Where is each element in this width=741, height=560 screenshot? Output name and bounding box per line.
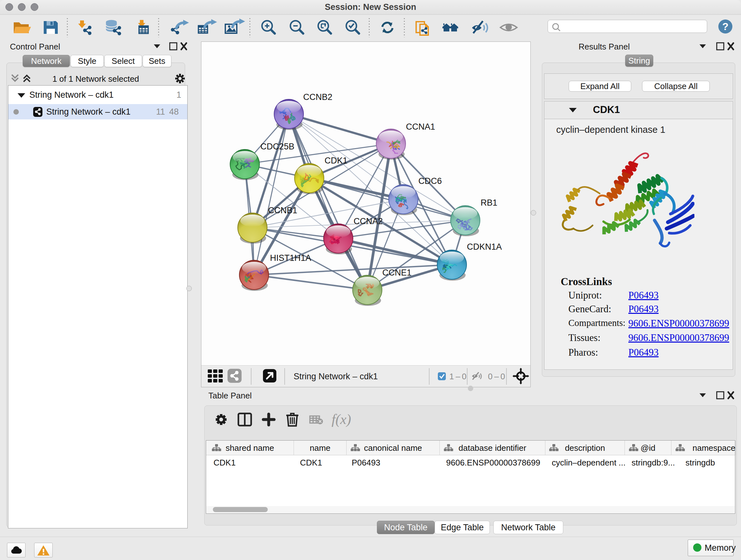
- svg-text:String Network – cdk1: String Network – cdk1: [293, 372, 378, 381]
- svg-text:CCNA1: CCNA1: [406, 122, 435, 132]
- svg-text:CCNB1: CCNB1: [268, 206, 297, 215]
- svg-text:f(x): f(x): [332, 412, 351, 427]
- svg-text:0 – 0: 0 – 0: [488, 372, 505, 381]
- svg-text:CCNA2: CCNA2: [354, 216, 383, 226]
- svg-text:CDK1: CDK1: [325, 156, 347, 165]
- svg-text:1 – 0: 1 – 0: [449, 372, 467, 381]
- svg-text:CDKN1A: CDKN1A: [467, 242, 502, 252]
- svg-text:CCNE1: CCNE1: [382, 268, 412, 277]
- svg-text:CDC25B: CDC25B: [260, 142, 294, 151]
- svg-text:CDC6: CDC6: [418, 176, 442, 186]
- svg-text:HIST1H1A: HIST1H1A: [270, 253, 311, 263]
- svg-text:CCNB2: CCNB2: [303, 92, 333, 102]
- svg-text:?: ?: [722, 21, 729, 32]
- svg-text:RB1: RB1: [481, 198, 497, 207]
